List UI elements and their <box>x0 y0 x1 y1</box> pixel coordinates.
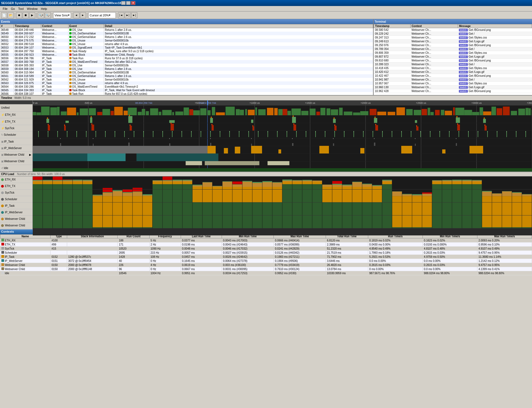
next-button[interactable]: ► <box>80 12 86 18</box>
menu-file[interactable]: File <box>1 7 9 11</box>
ctx-freq: 2 Hz <box>149 243 181 247</box>
table-row[interactable]: 36550 08.604 272 232 Webserve... OS_GetS… <box>0 35 373 39</box>
list-item[interactable]: 10.960 130 Webserver Ch... WebS: Get /Lo… <box>374 85 532 89</box>
list-item[interactable]: 08.580 542 Webserver Ch... WebS: Get /BG… <box>374 28 532 32</box>
close-button[interactable]: ✕ <box>131 1 135 5</box>
event-ts: 08.604 338 107 <box>14 92 41 95</box>
minimize-button[interactable]: ─ <box>121 1 126 5</box>
table-row[interactable]: 36559 08.604 308 194 IP_Task OS_Use Retu… <box>0 67 373 71</box>
zoom-in-button[interactable]: 🔍+ <box>38 12 44 18</box>
new-button[interactable]: 📄 <box>1 12 7 18</box>
term-ts: 09.249 613 <box>374 40 411 43</box>
menu-help[interactable]: Help <box>39 7 49 11</box>
table-row[interactable]: ETH_RX #100 188 5 Hz 0.0377 ms 0.0043 ms… <box>0 238 532 243</box>
table-row[interactable]: Scheduler 2695 215 Hz 0.0057 ms 0.0027 m… <box>0 251 532 255</box>
view-dropdown[interactable]: View Sms ▾ <box>53 12 71 18</box>
list-item[interactable]: 09.789 354 Webserver Ch... WebS: Get / <box>374 47 532 51</box>
table-row[interactable]: 36555 08.604 290 923 Webserve... Task Bl… <box>0 53 373 57</box>
table-row[interactable]: IP_WebServer 0151 3072 @ 0x1fff0454 40 0… <box>0 259 532 263</box>
table-row[interactable]: 36561 08.604 318 589 IP_Task OS_GetSemaV… <box>0 74 373 78</box>
list-item[interactable]: 10.422 467 Webserver Ch... WebS: Get /BG… <box>374 74 532 78</box>
events-tbody: 36548 08.604 249 446 Webserve... OS_Use … <box>0 28 373 95</box>
cpu-ip-task-dot <box>1 205 4 207</box>
table-row[interactable]: 36551 08.604 276 575 Webserve... OS_Unus… <box>0 39 373 42</box>
list-item[interactable]: 10.962 428 Webserver Ch... WebS: Get /BG… <box>374 89 532 93</box>
list-item[interactable]: 09.806 359 Webserver Ch... WebS: Get /St… <box>374 51 532 55</box>
list-item[interactable]: 09.810 680 Webserver Ch... WebS: Get /BG… <box>374 59 532 63</box>
list-item[interactable]: 09.807 872 Webserver Ch... WebS: Get /Lo… <box>374 55 532 59</box>
event-color-indicator <box>69 29 72 31</box>
table-row[interactable]: 36563 08.604 326 875 IP_Task OS_Unuse re… <box>0 81 373 85</box>
table-row[interactable]: Webserver Child 0150 2000 @ 0x1fff9078 2… <box>0 263 532 267</box>
table-row[interactable]: ETH_TX #99 171 2 Hz 0.0198 ms 0.0043 ms … <box>0 243 532 247</box>
table-row[interactable]: 36562 08.604 321 929 IP_Task OS_Unuse Se… <box>0 78 373 81</box>
table-row[interactable]: SysTick #15 10520 1090 Hz 0.0048 ms 0.00… <box>0 247 532 251</box>
tl-systick: ⚡SysTick <box>0 125 32 132</box>
table-row[interactable]: 36548 08.604 249 446 Webserve... OS_Use … <box>0 28 373 32</box>
list-item[interactable]: 09.229 242 Webserver Ch... WebS: Get / <box>374 32 532 36</box>
cpuload-chart[interactable] <box>33 176 532 235</box>
tl-eth-rx: ⚡ETH_RX <box>0 112 32 118</box>
ctx-name: IP_WebServer <box>0 259 50 263</box>
table-row[interactable]: 36557 08.604 300 768 IP_Task OS_WaitEven… <box>0 60 373 64</box>
table-row[interactable]: 36565 08.604 334 393 IP_Task Task Block … <box>0 88 373 92</box>
list-item[interactable]: 09.247 313 Webserver Ch... WebS: Get /St… <box>374 36 532 40</box>
list-item[interactable]: 10.420 412 Webserver Ch... WebS: Get /Lo… <box>374 70 532 74</box>
timeline-tracks[interactable] <box>33 100 532 172</box>
table-row[interactable]: 36564 08.604 330 286 IP_Task OS_WaitEven… <box>0 85 373 88</box>
contexts-table-wrap[interactable]: Name Type Stack Information Run Count Fr… <box>0 234 532 408</box>
table-row[interactable]: 36554 08.604 287 750 Webserve... Task Re… <box>0 49 373 53</box>
prev-button[interactable]: ◄ <box>73 12 79 18</box>
list-item[interactable]: 10.418 435 Webserver Ch... WebS: Get /St… <box>374 66 532 70</box>
table-row[interactable]: IP_Task 0152 1280 @ 0x1fff537c 1428 108 … <box>0 255 532 259</box>
table-row[interactable]: Idle 10546 1004 Hz 0.9951 ms 0.0034 ms (… <box>0 271 532 275</box>
event-detail: Returns 1 after 2.8 us. <box>104 67 373 71</box>
table-row[interactable]: 36566 08.604 338 107 IP_Task Task Run Ru… <box>0 92 373 95</box>
table-row[interactable]: 36552 08.604 280 518 Webserve... OS_Unus… <box>0 42 373 46</box>
go-start-button[interactable]: |◄ <box>118 12 124 18</box>
context-color-dot <box>1 271 4 274</box>
event-detail: Sema=0x0000010B <box>104 71 373 74</box>
event-ts: 08.604 269 607 <box>14 32 41 35</box>
events-table-scroll[interactable]: # Timestamp Context Event Detail 36548 0… <box>0 24 373 95</box>
table-row[interactable]: Webserver Child 0150 2000 @ 0x1ffff6148 … <box>0 267 532 271</box>
go-cursor-button[interactable]: ►| <box>125 12 131 18</box>
event-num: 36565 <box>0 88 14 92</box>
event-name: OS_Use <box>69 67 104 71</box>
ctx-max-rts: 988.0204 ms 98.80% <box>477 271 532 275</box>
webs-badge: WebS: <box>459 32 468 35</box>
record-button[interactable]: ⏺ <box>16 12 22 18</box>
event-ctx: Webserve... <box>41 53 69 57</box>
term-msg: WebS: Get /BGround.png <box>458 28 532 32</box>
zoom-out-button[interactable]: 🔍- <box>45 12 51 18</box>
ctx-max: 0.0577 ms (#36099) <box>274 243 326 247</box>
cursor-dropdown[interactable]: Cursor at 20% ▾ <box>88 12 116 18</box>
term-ts: 09.807 872 <box>374 55 411 59</box>
event-ts: 08.604 300 768 <box>14 60 41 64</box>
ctx-max: 0.9952 ms (#330) <box>274 271 326 275</box>
ctx-runcount: 96 <box>118 267 149 271</box>
eth-tx-icon: ⚡ <box>1 120 4 123</box>
terminal-scroll[interactable]: Timestamp Context Message 08.580 542 Web… <box>374 24 532 95</box>
table-row[interactable]: 36556 08.604 296 786 IP_Task Task Run Ru… <box>0 57 373 60</box>
toolbar: 📄 📂 ⏺ ⏹ ▶ 🔍+ 🔍- View Sms ▾ ◄ ► Cursor at… <box>0 11 532 19</box>
maximize-button[interactable]: □ <box>126 1 130 5</box>
list-item[interactable]: 10.399 323 Webserver Ch... WebS: Get / <box>374 63 532 66</box>
menu-window[interactable]: Window <box>25 7 39 11</box>
list-item[interactable]: 10.941 987 Webserver Ch... WebS: Get / <box>374 78 532 82</box>
table-row[interactable]: 36558 08.604 305 393 IP_Task OS_Use Sema… <box>0 64 373 67</box>
list-item[interactable]: 09.249 613 Webserver Ch... WebS: Get /Lo… <box>374 40 532 43</box>
table-row[interactable]: 36560 08.604 315 964 IP_Task OS_GetSemaV… <box>0 71 373 74</box>
table-row[interactable]: 36549 08.604 269 607 Webserve... OS_GetS… <box>0 32 373 35</box>
stop-button[interactable]: ⏹ <box>23 12 29 18</box>
table-row[interactable]: 36553 08.604 284 107 Webserve... OS_Sign… <box>0 46 373 49</box>
menu-go[interactable]: Go <box>9 7 17 11</box>
list-item[interactable]: 09.250 976 Webserver Ch... WebS: Get /BG… <box>374 43 532 47</box>
expand-icon[interactable]: ▶ <box>29 153 31 156</box>
list-item[interactable]: 10.957 067 Webserver Ch... WebS: Get /St… <box>374 82 532 85</box>
menu-tool[interactable]: Tool <box>16 7 25 11</box>
event-ctx: IP_Task <box>41 74 69 78</box>
open-button[interactable]: 📂 <box>8 12 14 18</box>
play-button[interactable]: ▶ <box>29 12 35 18</box>
go-end-button[interactable]: ►| <box>131 12 137 18</box>
